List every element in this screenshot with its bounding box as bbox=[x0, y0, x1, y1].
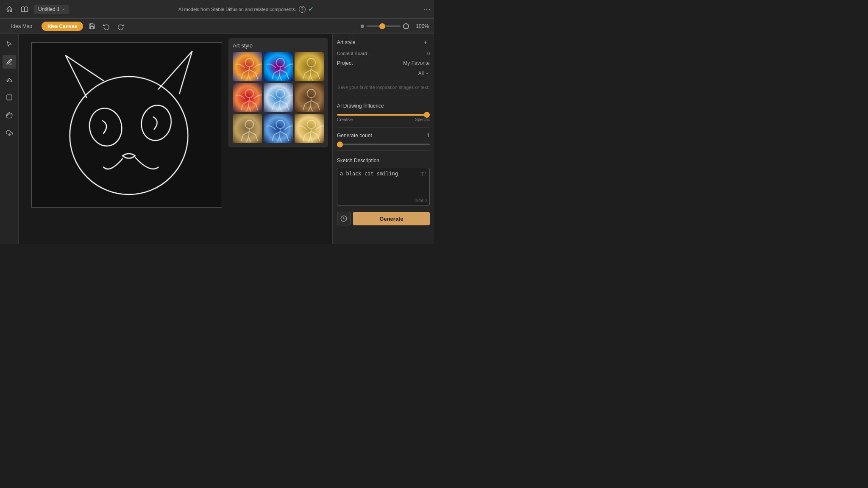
save-button[interactable] bbox=[86, 21, 97, 32]
zoom-max-icon bbox=[403, 23, 409, 29]
content-board-label: Content Board bbox=[337, 51, 367, 56]
specific-label: Specific bbox=[415, 117, 430, 122]
idea-map-tab[interactable]: Idea Map bbox=[5, 22, 38, 31]
divider-1 bbox=[337, 95, 430, 95]
project-value: My Favorite bbox=[403, 60, 430, 66]
pen-tool-button[interactable] bbox=[3, 55, 16, 69]
content-board-count: 0 bbox=[427, 51, 430, 56]
right-panel: Art style + Content Board 0 Project My F… bbox=[332, 34, 434, 244]
zoom-level-label: 100% bbox=[416, 23, 429, 29]
export-tool-button[interactable] bbox=[3, 126, 16, 140]
sketch-description-input[interactable] bbox=[340, 171, 427, 196]
char-count-label: 19/500 bbox=[340, 198, 427, 203]
generate-count-slider-thumb[interactable] bbox=[337, 141, 343, 147]
art-style-item-7[interactable] bbox=[233, 114, 262, 143]
project-all-dropdown[interactable]: All bbox=[418, 70, 430, 76]
text-enhance-icon[interactable]: T⁺ bbox=[420, 171, 427, 177]
project-all-label: All bbox=[418, 70, 424, 76]
info-icon[interactable]: ? bbox=[299, 6, 306, 13]
tab-label: Untitled 1 bbox=[38, 6, 60, 12]
main-area: Art style bbox=[0, 34, 434, 244]
home-button[interactable] bbox=[3, 3, 15, 15]
top-bar: Untitled 1 × AI models from Stable Diffu… bbox=[0, 0, 434, 19]
art-style-item-9[interactable] bbox=[295, 114, 324, 143]
sketch-description-wrapper: T⁺ 19/500 bbox=[337, 168, 430, 206]
art-style-item-4[interactable] bbox=[233, 83, 262, 112]
art-style-item-5[interactable] bbox=[264, 83, 293, 112]
ai-info-text: AI models from Stable Diffusion and rela… bbox=[178, 7, 296, 12]
art-style-item-8[interactable] bbox=[264, 114, 293, 143]
divider-3 bbox=[337, 150, 430, 151]
undo-button[interactable] bbox=[101, 21, 112, 32]
history-button[interactable] bbox=[337, 212, 351, 225]
sketch-description-label: Sketch Description bbox=[337, 158, 430, 164]
art-style-row: Art style + bbox=[337, 38, 430, 47]
art-style-popup: Art style bbox=[228, 38, 328, 147]
eraser-tool-button[interactable] bbox=[3, 73, 16, 86]
book-button[interactable] bbox=[19, 3, 31, 15]
bottom-actions: Generate bbox=[337, 212, 430, 225]
ai-drawing-slider-thumb[interactable] bbox=[424, 112, 430, 118]
generate-count-label: Generate count bbox=[337, 133, 372, 139]
ai-drawing-slider-fill bbox=[337, 114, 425, 116]
left-toolbar bbox=[0, 34, 19, 244]
hand-tool-button[interactable] bbox=[3, 108, 16, 122]
generate-button[interactable]: Generate bbox=[353, 212, 430, 225]
check-icon: ✓ bbox=[308, 5, 314, 13]
favorite-message: Save your favorite inspiration images or… bbox=[337, 85, 430, 90]
project-label: Project bbox=[337, 60, 353, 66]
svg-rect-0 bbox=[7, 95, 12, 100]
art-style-item-1[interactable] bbox=[233, 52, 262, 81]
art-style-popup-title: Art style bbox=[233, 42, 324, 49]
divider-2 bbox=[337, 127, 430, 128]
generate-count-slider-row bbox=[337, 144, 430, 145]
art-style-label: Art style bbox=[337, 39, 355, 45]
content-board-row: Content Board 0 bbox=[337, 51, 430, 56]
idea-canvas-tab[interactable]: Idea Canvas bbox=[42, 22, 83, 31]
zoom-slider-thumb[interactable] bbox=[379, 23, 385, 29]
zoom-slider-track[interactable] bbox=[367, 25, 401, 27]
zoom-controls: 100% bbox=[361, 23, 429, 29]
shape-tool-button[interactable] bbox=[3, 91, 16, 104]
ai-drawing-slider-row: Creative Specific bbox=[337, 114, 430, 122]
file-tab[interactable]: Untitled 1 × bbox=[34, 5, 69, 14]
ai-drawing-influence-label: AI Drawing Influence bbox=[337, 103, 430, 109]
history-icon bbox=[340, 215, 347, 222]
art-style-item-3[interactable] bbox=[295, 52, 324, 81]
art-style-grid bbox=[233, 52, 324, 143]
canvas-area[interactable]: Art style bbox=[19, 34, 332, 244]
nav-bar: Idea Map Idea Canvas 100% bbox=[0, 19, 434, 34]
ai-info-bar: AI models from Stable Diffusion and rela… bbox=[72, 5, 420, 13]
generate-count-row: Generate count 1 bbox=[337, 133, 430, 139]
tab-close-button[interactable]: × bbox=[62, 7, 65, 12]
ai-drawing-slider-labels: Creative Specific bbox=[337, 117, 430, 122]
creative-label: Creative bbox=[337, 117, 353, 122]
art-style-add-button[interactable]: + bbox=[421, 38, 430, 47]
ai-drawing-slider-track[interactable] bbox=[337, 114, 430, 116]
redo-button[interactable] bbox=[115, 21, 126, 32]
more-options-button[interactable]: ⋯ bbox=[423, 5, 431, 14]
generate-count-value: 1 bbox=[427, 133, 430, 139]
zoom-min-icon bbox=[361, 25, 364, 28]
chevron-down-icon bbox=[425, 71, 430, 76]
art-style-item-6[interactable] bbox=[295, 83, 324, 112]
drawing-canvas-wrapper bbox=[31, 42, 222, 208]
drawing-canvas[interactable] bbox=[32, 43, 222, 207]
generate-count-slider-track[interactable] bbox=[337, 144, 430, 145]
project-row: Project My Favorite bbox=[337, 60, 430, 66]
select-tool-button[interactable] bbox=[3, 37, 16, 51]
art-style-item-2[interactable] bbox=[264, 52, 293, 81]
zoom-slider-container[interactable] bbox=[361, 23, 409, 29]
